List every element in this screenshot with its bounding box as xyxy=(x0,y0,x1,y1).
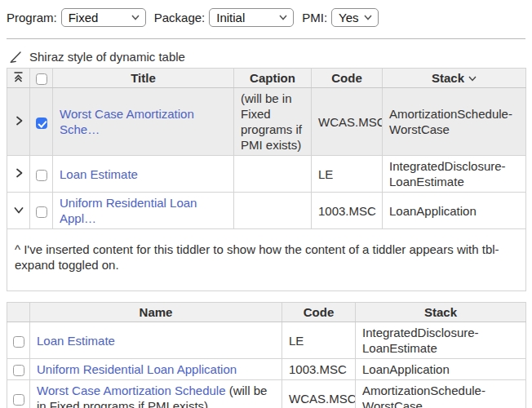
checkbox-column-header xyxy=(7,303,30,322)
expanded-content-row: ^ I've inserted content for this tiddler… xyxy=(7,229,526,291)
code-cell: LE xyxy=(312,156,383,193)
caption-cell xyxy=(234,156,312,193)
pmi-label: PMI: xyxy=(302,11,327,24)
table-header-row: Name Code Stack xyxy=(7,303,526,322)
chevron-down-icon xyxy=(279,15,287,20)
table-row: Uniform Residential Loan Appl… 1003.MSC … xyxy=(7,193,526,229)
stack-header-label: Stack xyxy=(432,71,464,85)
stack-cell: AmortizationSchedule-WorstCase xyxy=(383,88,526,156)
code-cell: WCAS.MSC xyxy=(312,88,383,156)
table-row: Loan Estimate LE IntegratedDisclosure-Lo… xyxy=(7,156,526,193)
section-heading: Shiraz style of dynamic table xyxy=(8,50,525,64)
column-header-code[interactable]: Code xyxy=(282,303,356,322)
program-label: Program: xyxy=(7,11,57,24)
column-header-name[interactable]: Name xyxy=(30,303,282,322)
collapse-row-button[interactable] xyxy=(13,204,24,215)
row-checkbox[interactable] xyxy=(13,394,24,406)
code-cell: LE xyxy=(282,322,356,359)
expanded-tiddler-content: ^ I've inserted content for this tiddler… xyxy=(7,229,526,291)
tiddler-link[interactable]: Uniform Residential Loan Application xyxy=(37,362,237,376)
tiddler-link[interactable]: Worst Case Amortization Sche… xyxy=(60,107,194,136)
pmi-select-value: Yes xyxy=(339,11,358,24)
table-row: Worst Case Amortization Sche… (will be i… xyxy=(7,88,526,156)
stack-cell: LoanApplication xyxy=(383,193,526,229)
stack-cell: IntegratedDisclosure-LoanEstimate xyxy=(383,156,526,193)
pencil-icon[interactable] xyxy=(8,50,22,64)
divider xyxy=(7,38,525,39)
chevron-right-icon xyxy=(13,167,24,179)
row-checkbox[interactable] xyxy=(36,118,47,129)
stack-cell: AmortizationSchedule-WorstCase xyxy=(356,380,526,408)
row-checkbox[interactable] xyxy=(13,365,24,376)
stack-cell: IntegratedDisclosure-LoanEstimate xyxy=(356,322,526,359)
spacer xyxy=(7,291,525,302)
row-checkbox[interactable] xyxy=(36,206,47,218)
table-row: Worst Case Amortization Schedule (will b… xyxy=(7,380,526,408)
table-row: Uniform Residential Loan Application 100… xyxy=(7,359,526,380)
row-checkbox[interactable] xyxy=(13,336,24,348)
column-header-stack[interactable]: Stack xyxy=(356,303,526,322)
chevron-right-icon xyxy=(13,115,24,126)
chevron-down-icon xyxy=(131,15,140,20)
sort-chevron-down-icon xyxy=(468,76,477,82)
package-label: Package: xyxy=(154,11,206,24)
package-select[interactable]: Initial xyxy=(209,8,294,27)
static-table: Name Code Stack Loan Estimate LE Integra… xyxy=(7,302,526,408)
column-header-caption[interactable]: Caption xyxy=(234,69,312,88)
chevron-down-icon xyxy=(13,204,24,215)
tiddler-link[interactable]: Loan Estimate xyxy=(37,334,115,348)
select-all-checkbox[interactable] xyxy=(36,73,47,85)
pmi-select[interactable]: Yes xyxy=(331,8,378,27)
column-header-stack[interactable]: Stack xyxy=(383,69,526,88)
chevron-down-icon xyxy=(364,15,372,20)
code-cell: WCAS.MSC xyxy=(282,380,356,408)
table-row: Loan Estimate LE IntegratedDisclosure-Lo… xyxy=(7,322,526,359)
table-header-row: Title Caption Code Stack xyxy=(7,69,526,88)
column-header-title[interactable]: Title xyxy=(53,69,234,88)
caption-cell xyxy=(234,193,312,229)
code-cell: 1003.MSC xyxy=(312,193,383,229)
tiddler-link[interactable]: Worst Case Amortization Schedule xyxy=(37,384,226,397)
collapse-all-icon xyxy=(13,71,24,82)
collapse-all-button[interactable] xyxy=(13,71,24,82)
tiddler-link[interactable]: Uniform Residential Loan Appl… xyxy=(60,196,197,225)
program-select-value: Fixed xyxy=(69,11,99,24)
tiddler-link[interactable]: Loan Estimate xyxy=(60,167,138,181)
program-select[interactable]: Fixed xyxy=(61,8,146,27)
column-header-code[interactable]: Code xyxy=(312,69,383,88)
row-checkbox[interactable] xyxy=(36,170,47,181)
expand-row-button[interactable] xyxy=(13,167,24,179)
code-cell: 1003.MSC xyxy=(282,359,356,380)
filter-bar: Program: Fixed Package: Initial PMI: Yes xyxy=(7,8,525,27)
section-title: Shiraz style of dynamic table xyxy=(29,50,185,64)
stack-cell: LoanApplication xyxy=(356,359,526,380)
expand-row-button[interactable] xyxy=(13,115,24,126)
package-select-value: Initial xyxy=(216,11,245,24)
dynamic-table: Title Caption Code Stack Worst Case Amor… xyxy=(7,68,526,291)
caption-cell: (will be in Fixed programs if PMI exists… xyxy=(234,88,312,156)
